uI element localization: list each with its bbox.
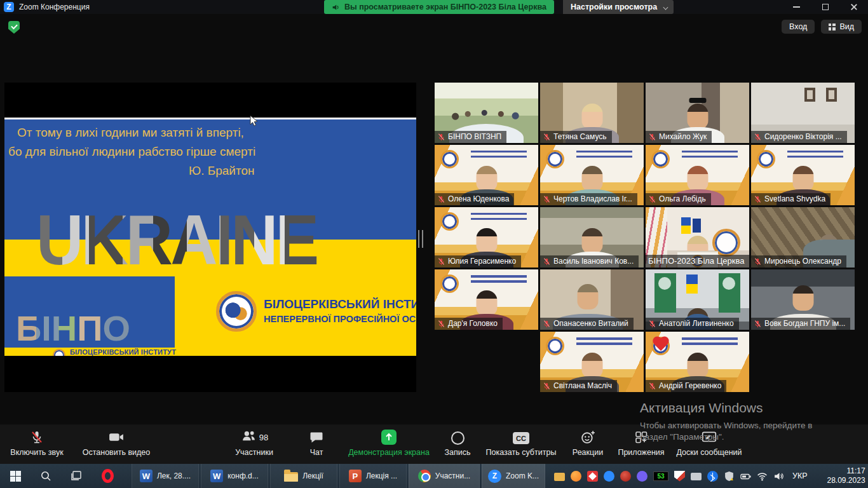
green-banner <box>719 273 740 313</box>
opera-taskbar-icon[interactable] <box>93 464 122 488</box>
captions-button[interactable]: CC Показать субтитры <box>485 429 557 457</box>
participant-tile-daria-holovko[interactable]: Дар'я Головко <box>435 269 538 330</box>
participant-tile-svetlana-shvydka[interactable]: Svetlana Shvydka <box>751 145 855 205</box>
signin-button[interactable]: Вход <box>782 20 815 34</box>
taskbar-powerpoint[interactable]: P Лекція ... <box>339 464 407 488</box>
ukraine-headline: UKRAINE <box>36 205 412 275</box>
whiteboards-button[interactable]: Доски сообщений <box>672 429 746 457</box>
participants-button[interactable]: 98 Участники <box>224 429 285 457</box>
participant-tile-chertov-vladyslav[interactable]: Чертов Владислав Іг... <box>540 145 644 205</box>
tray-defender-icon[interactable] <box>724 471 735 482</box>
name-tag: Тетяна Самусь <box>540 131 612 143</box>
speaker-icon <box>332 3 340 11</box>
close-button[interactable] <box>839 0 868 14</box>
participant-tile-opanasenko-vitalii[interactable]: Опанасенко Виталий <box>540 269 644 330</box>
window-title: Zoom Конференция <box>19 3 90 11</box>
taskbar-label: Zoom K... <box>506 471 539 480</box>
view-button[interactable]: Вид <box>821 20 862 34</box>
word-icon: W <box>140 470 153 482</box>
meeting-toolbar: Включить звук Остановить видео 98 Участн… <box>0 424 868 464</box>
close-icon <box>850 3 858 11</box>
tray-red-app-icon[interactable] <box>620 471 631 482</box>
maximize-button[interactable] <box>811 0 839 14</box>
institute-line1: БІЛОЦЕРКІВСЬКИЙ ІНСТИТУТ <box>70 348 183 356</box>
participant-tile-tetiana-samus[interactable]: Тетяна Самусь <box>540 83 644 143</box>
share-screen-button[interactable]: Демонстрация экрана <box>347 429 431 457</box>
participant-tile-sydorenko-viktoriia[interactable]: Сидоренко Вікторія ... <box>751 83 855 143</box>
taskbar-search-button[interactable] <box>31 464 61 488</box>
participant-tile-vasyl-ivanovych[interactable]: Василь Іванович Ков... <box>540 207 644 268</box>
meeting-security-shield-icon[interactable] <box>8 21 20 34</box>
muted-mic-icon <box>543 257 551 266</box>
participant-name: Миронець Олександр <box>764 257 841 266</box>
taskbar-label: Участни... <box>435 471 470 480</box>
search-icon <box>40 470 51 482</box>
tray-antivirus-shield-icon[interactable] <box>674 471 685 482</box>
participant-name: Svetlana Shvydka <box>764 194 825 203</box>
tray-monitor-icon[interactable] <box>691 473 702 480</box>
unmute-label: Включить звук <box>10 448 63 457</box>
participant-tile-olena-yudenkova[interactable]: Олена Юденкова <box>435 145 538 205</box>
name-tag: Юлия Герасименко <box>435 255 521 268</box>
taskbar-chrome[interactable]: Участни... <box>409 464 480 488</box>
start-button[interactable] <box>0 464 31 488</box>
muted-mic-icon <box>754 195 762 203</box>
participant-name: БІНПО-2023 Біла Церква <box>648 256 744 266</box>
tray-battery-percent-icon[interactable]: 53 <box>653 471 668 481</box>
participants-label: Участники <box>235 448 273 457</box>
tray-bluetooth-icon[interactable] <box>707 471 718 482</box>
participant-tile-yuliia-herasymenko[interactable]: Юлия Герасименко <box>435 207 538 268</box>
participant-tile-myronets-oleksandr[interactable]: Миронець Олександр <box>751 207 855 268</box>
tray-folder-icon[interactable] <box>554 473 565 481</box>
chat-button[interactable]: Чат <box>297 429 336 457</box>
participant-tile-anatolii-lytvynenko[interactable]: Анатолій Литвиненко <box>646 269 749 330</box>
minimize-button[interactable] <box>782 0 811 14</box>
tray-red-diamond-icon[interactable] <box>587 471 598 482</box>
participant-name: Михайло Жук <box>659 132 707 141</box>
participant-tile-olha-lebid[interactable]: Ольга Лебідь <box>646 145 749 205</box>
institute-caption-right: БІЛОЦЕРКІВСЬКИЙ ІНСТИТУТ НЕПЕРЕРВНОЇ ПРО… <box>264 297 416 324</box>
participant-tile-svitlana-maslich[interactable]: Світлана Масліч <box>540 332 644 392</box>
taskbar-word-doc-2[interactable]: W конф.d... <box>201 464 268 488</box>
taskbar-clock[interactable]: 11:17 28.09.2023 <box>820 466 865 485</box>
task-view-button[interactable] <box>61 464 92 488</box>
tray-wifi-icon[interactable] <box>757 471 768 482</box>
participant-tile-binpo-vitznp[interactable]: БІНПО ВІТЗНП <box>435 83 538 143</box>
tray-battery-icon[interactable] <box>740 471 751 482</box>
name-tag: Чертов Владислав Іг... <box>540 193 637 205</box>
sunglasses <box>689 98 706 103</box>
watermark-title: Активация Windows <box>640 400 866 416</box>
name-tag: Вовк Богдан ГНПУ ім... <box>751 318 850 330</box>
wall-frame <box>804 88 815 102</box>
ukraine-flag <box>686 274 698 294</box>
muted-mic-icon <box>648 133 656 141</box>
muted-mic-icon <box>754 320 762 328</box>
tray-viber-icon[interactable] <box>637 471 648 482</box>
viewing-screen-banner: Вы просматриваете экран БІНПО-2023 Біла … <box>324 0 554 14</box>
unmute-button[interactable]: Включить звук <box>5 429 69 457</box>
whiteboards-label: Доски сообщений <box>676 448 742 457</box>
tray-avast-icon[interactable] <box>571 471 581 482</box>
view-settings-button[interactable]: Настройки просмотра <box>563 0 674 14</box>
taskbar-zoom[interactable]: Z Zoom K... <box>482 464 545 488</box>
participant-tile-andrii-herevenko[interactable]: Андрій Геревенко <box>646 332 749 392</box>
taskbar-word-doc-1[interactable]: W Лек, 28.... <box>132 464 199 488</box>
participant-tile-mykhailo-zhuk[interactable]: Михайло Жук <box>646 83 749 143</box>
record-button[interactable]: Запись <box>438 429 477 457</box>
institute-line1: БІЛОЦЕРКІВСЬКИЙ ІНСТИТУТ <box>264 297 416 311</box>
panel-resize-handle[interactable] <box>418 230 423 248</box>
stop-video-button[interactable]: Остановить видео <box>81 429 151 457</box>
apps-button[interactable]: Приложения <box>614 429 668 457</box>
participant-tile-binpo-2023-active[interactable]: БІНПО-2023 Біла Церква <box>646 207 749 268</box>
tray-volume-icon[interactable] <box>773 471 784 482</box>
participant-tile-vovk-bohdan[interactable]: Вовк Богдан ГНПУ ім... <box>751 269 855 330</box>
taskbar-folder-lektsii[interactable]: Лекції <box>270 464 337 488</box>
tray-zoom-icon[interactable] <box>604 471 614 482</box>
language-indicator[interactable]: УКР <box>792 471 808 480</box>
participant-name: Олена Юденкова <box>448 194 509 203</box>
muted-mic-icon <box>437 133 445 141</box>
participant-name: Світлана Масліч <box>553 381 612 390</box>
reactions-button[interactable]: Реакции <box>568 429 607 457</box>
name-tag: Михайло Жук <box>646 131 712 143</box>
view-grid-icon <box>829 24 836 30</box>
